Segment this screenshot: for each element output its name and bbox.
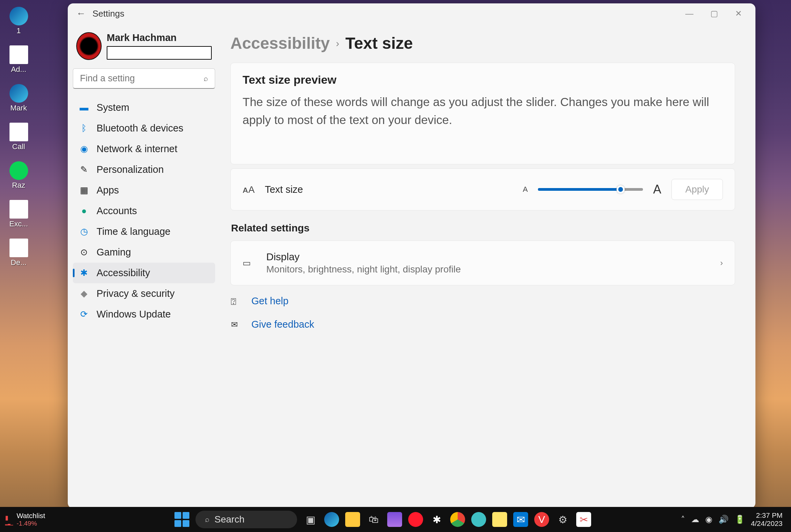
feedback-icon: ✉ xyxy=(231,320,241,329)
bluetooth-icon: ᛒ xyxy=(79,123,89,133)
slider-thumb[interactable] xyxy=(617,185,625,193)
nav-label: Accessibility xyxy=(97,267,150,279)
taskbar-search[interactable]: ⌕ Search xyxy=(195,511,297,528)
desktop-icon[interactable]: Exc... xyxy=(2,200,36,228)
desktop-icons: 1 Ad... Mark Call Raz Exc... De... xyxy=(2,7,36,267)
apps-icon: ▦ xyxy=(79,185,89,195)
file-icon xyxy=(9,200,28,218)
clock-date: 4/24/2023 xyxy=(751,519,783,528)
sidebar-item-accessibility[interactable]: ✱Accessibility xyxy=(73,263,215,283)
user-block[interactable]: Mark Hachman xyxy=(73,31,215,69)
avatar xyxy=(76,32,102,60)
slack-icon[interactable]: ✱ xyxy=(429,512,444,527)
vivaldi-icon[interactable]: V xyxy=(534,512,549,527)
volume-icon[interactable]: 🔊 xyxy=(718,515,729,524)
explorer-icon[interactable] xyxy=(345,512,360,527)
sidebar-item-time[interactable]: ◷Time & language xyxy=(73,221,215,242)
store-icon[interactable]: 🛍 xyxy=(366,512,381,527)
nav-label: Bluetooth & devices xyxy=(97,123,183,134)
edge-icon[interactable] xyxy=(324,512,339,527)
display-title: Display xyxy=(266,251,461,263)
display-link-card[interactable]: ▭ Display Monitors, brightness, night li… xyxy=(230,241,735,285)
system-icon: ▬ xyxy=(79,102,89,113)
minimize-button[interactable]: — xyxy=(685,9,693,18)
gamepad-icon: ⊙ xyxy=(79,247,89,258)
close-button[interactable]: ✕ xyxy=(735,9,742,18)
textsize-slider[interactable] xyxy=(538,188,643,191)
sidebar-item-privacy[interactable]: ◆Privacy & security xyxy=(73,283,215,304)
help-icon: ⍰ xyxy=(231,297,241,306)
desktop-icon[interactable]: Mark xyxy=(2,84,36,113)
get-help-link[interactable]: Get help xyxy=(251,296,289,307)
taskbar-search-text: Search xyxy=(214,514,245,525)
nav-label: Windows Update xyxy=(97,309,171,320)
mail-icon[interactable]: ✉ xyxy=(513,512,528,527)
breadcrumb-current: Text size xyxy=(345,34,412,53)
search-box[interactable]: ⌕ xyxy=(73,69,215,89)
get-help-row[interactable]: ⍰ Get help xyxy=(230,289,735,313)
taskbar: ▮ ▂▃▁ Watchlist -1.49% ⌕ Search ▣ 🛍 ✱ ✉ … xyxy=(0,507,791,532)
settings-window: ← Settings — ▢ ✕ Mark Hachman ⌕ ▬S xyxy=(68,3,755,508)
feedback-link[interactable]: Give feedback xyxy=(251,319,314,330)
chevron-right-icon: › xyxy=(336,38,339,49)
watchlist-widget[interactable]: ▮ ▂▃▁ Watchlist -1.49% xyxy=(5,512,174,527)
clock[interactable]: 2:37 PM 4/24/2023 xyxy=(751,511,786,528)
slider-fill xyxy=(538,188,620,191)
notes-icon[interactable] xyxy=(492,512,507,527)
preview-card: Text size preview The size of these word… xyxy=(230,63,735,164)
search-icon: ⌕ xyxy=(205,515,209,524)
chrome-icon[interactable] xyxy=(450,512,465,527)
sidebar-item-personalization[interactable]: ✎Personalization xyxy=(73,159,215,180)
apply-button[interactable]: Apply xyxy=(671,179,723,200)
desktop-icon[interactable]: Raz xyxy=(2,161,36,190)
battery-icon[interactable]: 🔋 xyxy=(735,515,745,524)
textsize-card: ᴀA Text size A A Apply xyxy=(230,168,735,210)
wifi-icon[interactable]: ◉ xyxy=(705,515,712,524)
desktop-icon[interactable]: 1 xyxy=(2,7,36,35)
desktop-icon[interactable]: Call xyxy=(2,123,36,151)
sidebar-item-system[interactable]: ▬System xyxy=(73,97,215,118)
search-icon: ⌕ xyxy=(204,74,208,83)
sidebar-item-gaming[interactable]: ⊙Gaming xyxy=(73,242,215,263)
tray-overflow-icon[interactable]: ˄ xyxy=(681,515,685,524)
breadcrumb: Accessibility › Text size xyxy=(230,34,735,53)
edge-icon xyxy=(9,7,28,25)
feedback-row[interactable]: ✉ Give feedback xyxy=(230,313,735,336)
onedrive-icon[interactable]: ☁ xyxy=(691,515,699,524)
back-button[interactable]: ← xyxy=(76,8,86,19)
sidebar-item-bluetooth[interactable]: ᛒBluetooth & devices xyxy=(73,118,215,138)
sidebar: Mark Hachman ⌕ ▬System ᛒBluetooth & devi… xyxy=(68,24,220,508)
sidebar-item-accounts[interactable]: ●Accounts xyxy=(73,201,215,221)
app-icon[interactable] xyxy=(387,512,402,527)
snip-icon[interactable]: ✂ xyxy=(576,512,591,527)
desktop-icon[interactable]: Ad... xyxy=(2,45,36,74)
sidebar-item-network[interactable]: ◉Network & internet xyxy=(73,138,215,159)
user-email-redacted xyxy=(107,46,212,60)
watchlist-label: Watchlist xyxy=(17,512,45,520)
nav-label: Accounts xyxy=(97,205,137,216)
small-a-icon: A xyxy=(523,185,528,194)
start-button[interactable] xyxy=(174,512,189,527)
opera-icon[interactable] xyxy=(408,512,423,527)
breadcrumb-parent[interactable]: Accessibility xyxy=(230,34,330,53)
update-icon: ⟳ xyxy=(79,309,89,320)
search-input[interactable] xyxy=(80,73,204,84)
nav-label: Apps xyxy=(97,185,119,196)
edge-icon xyxy=(9,84,28,103)
file-icon xyxy=(9,45,28,64)
app-icon[interactable] xyxy=(471,512,486,527)
app-icon xyxy=(9,161,28,180)
accessibility-icon: ✱ xyxy=(79,268,89,278)
brush-icon: ✎ xyxy=(79,164,89,175)
preview-heading: Text size preview xyxy=(243,73,723,87)
file-icon xyxy=(9,123,28,141)
chevron-right-icon: › xyxy=(720,258,723,268)
nav-label: System xyxy=(97,102,130,113)
maximize-button[interactable]: ▢ xyxy=(710,9,718,18)
settings-icon[interactable]: ⚙ xyxy=(555,512,570,527)
taskview-icon[interactable]: ▣ xyxy=(303,512,318,527)
sidebar-item-apps[interactable]: ▦Apps xyxy=(73,180,215,201)
sidebar-item-update[interactable]: ⟳Windows Update xyxy=(73,304,215,325)
wifi-icon: ◉ xyxy=(79,144,89,154)
desktop-icon[interactable]: De... xyxy=(2,239,36,267)
